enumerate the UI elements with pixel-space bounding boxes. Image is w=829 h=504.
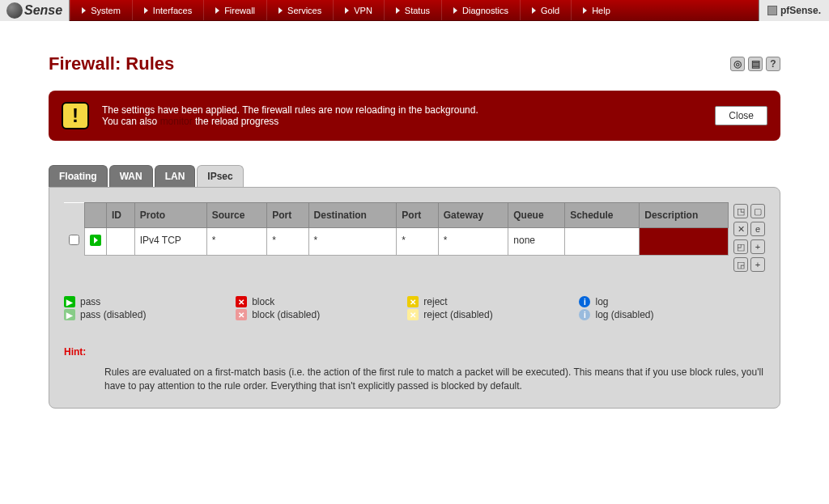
block-icon: ✕ [236,296,247,307]
hint-label: Hint: [64,346,765,358]
logo-icon [6,2,23,19]
chevron-right-icon [453,7,457,14]
hostname-text: pfSense. [780,5,821,16]
legend-block: ✕block [236,296,407,307]
log-icon[interactable]: ▤ [748,57,763,71]
delete-button[interactable]: ▢ [750,204,765,218]
add-after-button[interactable]: + [750,257,765,272]
tab-wan[interactable]: WAN [109,165,153,187]
chevron-right-icon [215,7,219,14]
table-row[interactable]: IPv4 TCP * * * * * none [64,228,729,256]
rules-panel: ID Proto Source Port Destination Port Ga… [49,187,780,409]
header-dport: Port [397,203,438,228]
page-header: Firewall: Rules ◎ ▤ ? [49,53,780,74]
legend-log: ilog [579,296,750,307]
nav-help[interactable]: Help [571,0,622,20]
move-up-button[interactable]: ◳ [733,204,748,218]
pass-icon: ▶ [64,296,75,307]
nav-status[interactable]: Status [384,0,441,20]
hint-section: Hint: Rules are evaluated on a first-mat… [64,346,765,393]
cell-id [107,228,135,256]
header-queue: Queue [508,203,565,228]
cell-queue: none [508,228,565,256]
header-sport: Port [267,203,308,228]
warning-icon: ! [62,102,89,129]
nav-gold[interactable]: Gold [520,0,571,20]
chevron-right-icon [82,7,86,14]
hostname-box[interactable]: pfSense. [759,0,829,21]
host-icon [767,6,777,15]
cell-gateway: * [438,228,508,256]
tab-floating[interactable]: Floating [49,165,108,187]
nav-services[interactable]: Services [266,0,333,20]
log-disabled-icon: i [579,309,590,320]
rule-action-buttons: ◳ ▢ ✕ e ◰ + ◲ + [733,202,765,272]
logo-text: Sense [24,3,62,18]
header-proto: Proto [134,203,206,228]
tab-ipsec[interactable]: IPsec [197,165,243,187]
logo[interactable]: Sense [0,0,70,21]
table-header-row: ID Proto Source Port Destination Port Ga… [64,203,729,228]
header-schedule: Schedule [565,203,640,228]
row-checkbox[interactable] [69,235,79,245]
chevron-right-icon [583,7,587,14]
hint-text: Rules are evaluated on a first-match bas… [64,366,765,393]
header-gateway: Gateway [438,203,508,228]
header-description: Description [640,203,729,228]
nav-diagnostics[interactable]: Diagnostics [441,0,520,20]
help-icon[interactable]: ? [766,57,780,71]
legend-log-disabled: ilog (disabled) [579,309,750,320]
cell-description [640,228,729,256]
tab-lan[interactable]: LAN [155,165,196,187]
header-blank [64,203,85,228]
header-action [85,203,107,228]
nav-system[interactable]: System [70,0,132,20]
chevron-right-icon [396,7,400,14]
block-disabled-icon: ✕ [236,309,247,320]
monitor-link[interactable]: monitor [160,116,193,127]
chevron-right-icon [345,7,349,14]
cell-source: * [206,228,267,256]
pass-disabled-icon: ▶ [64,309,75,320]
cell-sport: * [267,228,308,256]
close-button[interactable]: Close [715,106,767,125]
cell-proto: IPv4 TCP [134,228,206,256]
tab-bar: Floating WAN LAN IPsec [49,165,780,187]
rules-table: ID Proto Source Port Destination Port Ga… [64,202,729,256]
main-content: Firewall: Rules ◎ ▤ ? ! The settings hav… [0,21,829,425]
add-before-button[interactable]: ◰ [733,239,748,254]
nav-vpn[interactable]: VPN [333,0,384,20]
move-down-button[interactable]: ◲ [733,257,748,272]
header-id: ID [107,203,135,228]
legend-block-disabled: ✕block (disabled) [236,309,407,320]
header-source: Source [206,203,267,228]
chevron-right-icon [532,7,536,14]
reject-icon: ✕ [407,296,419,307]
pass-icon [90,235,101,246]
legend-reject: ✕reject [407,296,579,307]
header-icons: ◎ ▤ ? [730,57,780,71]
page-title: Firewall: Rules [49,53,174,74]
legend-reject-disabled: ✕reject (disabled) [407,309,579,320]
nav-firewall[interactable]: Firewall [203,0,266,20]
edit-button[interactable]: e [750,222,765,236]
reject-disabled-icon: ✕ [407,309,419,320]
alert-box: ! The settings have been applied. The fi… [49,91,780,141]
status-icon[interactable]: ◎ [730,57,745,71]
log-icon: i [579,296,590,307]
alert-line2: You can also monitor the reload progress [102,116,702,127]
cell-dport: * [397,228,438,256]
legend-pass-disabled: ▶pass (disabled) [64,309,236,320]
top-nav: Sense System Interfaces Firewall Service… [0,0,829,21]
header-destination: Destination [308,203,397,228]
nav-interfaces[interactable]: Interfaces [132,0,203,20]
chevron-right-icon [144,7,148,14]
nav-items: System Interfaces Firewall Services VPN … [70,0,759,20]
add-button[interactable]: + [750,239,765,254]
delete-selected-button[interactable]: ✕ [733,222,748,236]
alert-text: The settings have been applied. The fire… [102,104,702,127]
cell-destination: * [308,228,397,256]
legend-pass: ▶pass [64,296,236,307]
alert-line1: The settings have been applied. The fire… [102,104,702,116]
rules-table-wrap: ID Proto Source Port Destination Port Ga… [64,202,765,272]
